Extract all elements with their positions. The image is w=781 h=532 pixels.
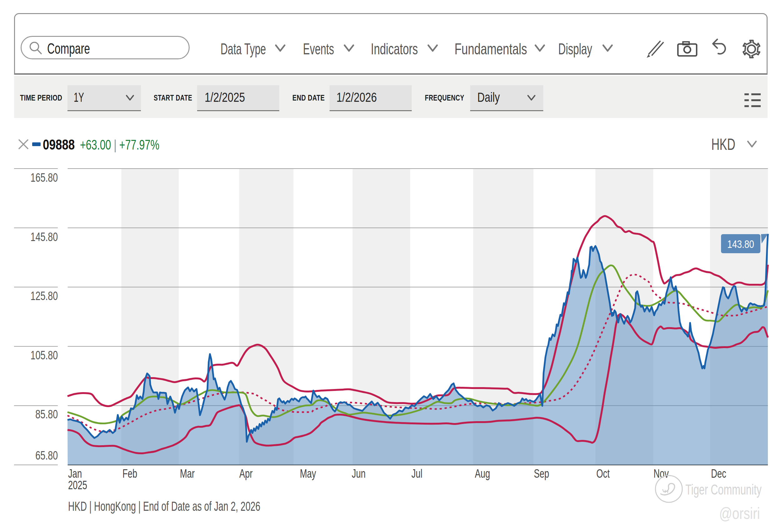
svg-text:143.80: 143.80 bbox=[727, 238, 754, 251]
